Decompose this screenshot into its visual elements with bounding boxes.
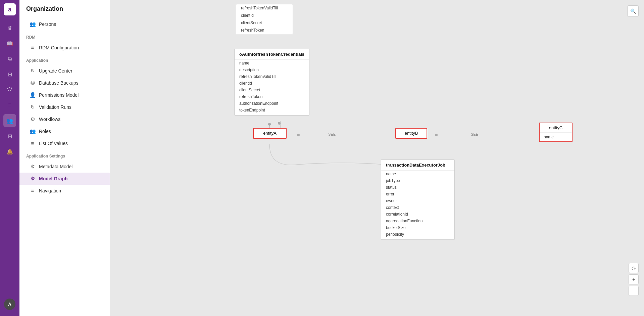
entity-a-box[interactable]: entityA [253,128,287,139]
sidebar-item-label: Upgrade Center [39,68,72,74]
sidebar-section-application: Application [19,53,110,65]
sidebar-item-rdm-config-label: RDM Configuration [39,45,79,50]
job-card-row: status [381,184,454,191]
navigation-icon: ≡ [30,188,36,193]
validation-icon: ↻ [30,104,36,110]
sidebar-item-label: Navigation [39,188,61,193]
job-card-row: jobType [381,177,454,184]
oauth-card-header: oAuthRefreshTokenCredentials [235,49,309,60]
sidebar-item-label: Roles [39,129,51,134]
entity-c-body: name [540,133,572,141]
sidebar-item-upgrade-center[interactable]: ↻ Upgrade Center [19,65,110,77]
connector-svg [110,0,644,316]
sidebar-item-database-backups[interactable]: ⛁ Database Backups [19,77,110,89]
oauth-card: oAuthRefreshTokenCredentials name descri… [234,49,309,116]
sidebar-item-label: List Of Values [39,141,68,146]
token-card: refreshTokenValidTill clientId clientSec… [236,4,293,34]
sidebar-item-validation-runs[interactable]: ↻ Validation Runs [19,101,110,113]
see-label-2: SEE [471,132,478,136]
job-card-row: name [381,171,454,177]
sidebar-item-persons-label: Persons [39,21,56,27]
shield-icon[interactable]: 🛡 [3,83,16,96]
connector-dot [435,134,438,136]
entity-c-header: entityC [540,123,572,133]
job-card-row: owner [381,197,454,204]
job-card-row: error [381,191,454,197]
sidebar-item-label: Metadata Model [39,164,72,169]
sidebar-item-navigation[interactable]: ≡ Navigation [19,185,110,196]
book-icon[interactable]: 📖 [3,37,16,50]
sidebar-item-model-graph[interactable]: ⚙ Model Graph [19,173,110,185]
job-card-row: correlationId [381,211,454,218]
zoom-out-button[interactable]: − [629,286,639,296]
connector-dot [297,134,300,136]
entity-c-box[interactable]: entityC name [539,123,573,142]
upgrade-icon: ↻ [30,68,36,74]
job-card-row: aggregationFunction [381,218,454,224]
search-button[interactable]: 🔍 [627,5,639,17]
sidebar-item-label: Model Graph [39,176,68,181]
zoom-out-icon: − [632,288,635,294]
list-icon: ≡ [30,140,36,146]
sidebar-item-rdm-config[interactable]: ≡ RDM Configuration [19,42,110,53]
job-card-row: bucketSize [381,224,454,231]
sidebar-item-roles[interactable]: 👥 Roles [19,125,110,137]
chart-icon[interactable]: ⊞ [3,68,16,81]
roles-icon: 👥 [30,128,36,134]
zoom-in-icon: + [632,277,635,282]
oauth-card-row: authorizationEndpoint [235,100,309,107]
sidebar-item-persons[interactable]: 👥 Persons [19,18,110,30]
user-avatar[interactable]: A [4,299,15,310]
entity-c-row: name [544,134,568,140]
crown-icon[interactable]: ♛ [3,21,16,34]
sidebar-item-workflows[interactable]: ⚙ Workflows [19,113,110,125]
database-icon: ⛁ [30,80,36,86]
sidebar-item-label: Validation Runs [39,104,71,110]
connector-dot [278,122,281,125]
token-card-row: clientId [236,12,293,19]
main-graph-area: refreshTokenValidTill clientId clientSec… [110,0,644,316]
grid-icon[interactable]: ⊟ [3,130,16,142]
permissions-icon: 👤 [30,92,36,98]
list-alt-icon[interactable]: ≡ [3,99,16,111]
layers-icon[interactable]: ⧉ [3,52,16,65]
entity-b-header: entityB [396,129,427,138]
rdm-config-icon: ≡ [30,45,36,50]
oauth-card-row: clientId [235,80,309,87]
sidebar-item-permissions-model[interactable]: 👤 Permissions Model [19,89,110,101]
sidebar-item-list-of-values[interactable]: ≡ List Of Values [19,137,110,149]
entity-a-header: entityA [254,129,286,138]
entity-b-box[interactable]: entityB [395,128,427,139]
sidebar-item-label: Permissions Model [39,92,79,98]
users-icon[interactable]: 👥 [3,114,16,127]
oauth-card-row: tokenEndpoint [235,107,309,115]
map-controls: ◎ + − [629,263,639,296]
oauth-card-row: name [235,60,309,66]
job-card-row: context [381,204,454,211]
sidebar-item-metadata-model[interactable]: ⚙ Metadata Model [19,161,110,173]
locate-icon: ◎ [632,265,636,271]
sidebar-section-rdm: RDM [19,30,110,42]
sidebar-section-app-settings: Application Settings [19,149,110,161]
metadata-icon: ⚙ [30,164,36,170]
oauth-card-row: refreshTokenValidTill [235,73,309,80]
model-graph-icon: ⚙ [30,176,36,182]
oauth-card-row: refreshToken [235,93,309,100]
search-icon: 🔍 [630,8,636,14]
workflows-icon: ⚙ [30,116,36,122]
bell-icon[interactable]: 🔔 [3,145,16,158]
token-card-row: refreshToken [236,27,293,34]
token-card-row: refreshTokenValidTill [236,4,293,12]
sidebar-item-label: Database Backups [39,80,79,86]
job-card-row: periodicity [381,231,454,239]
see-label-1: SEE [328,132,336,136]
job-card-header: transactionDataExecutorJob [381,160,454,171]
persons-icon: 👥 [30,21,36,27]
app-logo[interactable]: a [4,3,16,15]
oauth-card-row: description [235,66,309,73]
locate-button[interactable]: ◎ [629,263,639,273]
svg-point-1 [268,123,271,126]
zoom-in-button[interactable]: + [629,274,639,284]
token-card-row: clientSecret [236,19,293,27]
icon-bar: a ♛ 📖 ⧉ ⊞ 🛡 ≡ 👥 ⊟ 🔔 A [0,0,19,316]
